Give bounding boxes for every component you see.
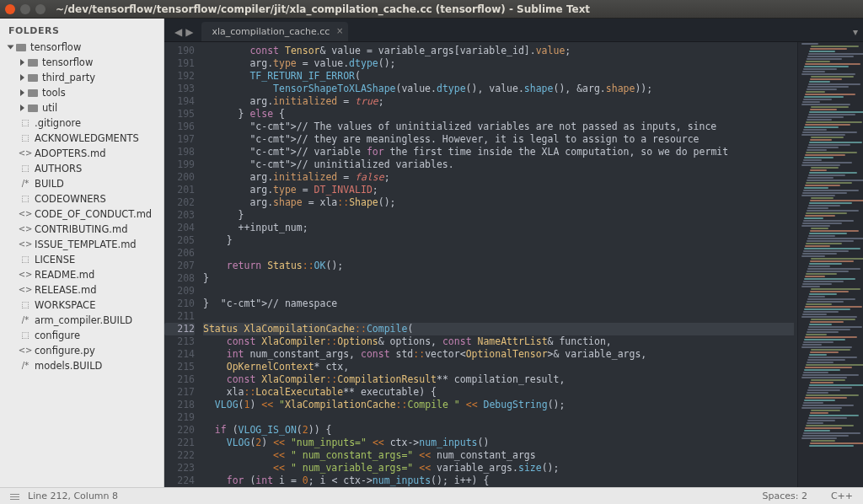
minimap-line [809,172,857,174]
folder-item[interactable]: tensorflow [0,55,163,70]
menu-icon[interactable] [10,492,19,500]
code-line[interactable]: "c-cmt">// they are meaningless. However… [203,133,794,146]
minimap-line [809,415,859,416]
code-line[interactable] [203,411,794,424]
file-item[interactable]: <>configure.py [0,343,163,358]
folder-item[interactable]: util [0,100,163,115]
code-line[interactable]: TF_RETURN_IF_ERROR( [203,70,794,83]
file-item[interactable]: /*BUILD [0,176,163,191]
minimap-line [811,167,839,169]
item-label: configure.py [35,344,95,357]
file-item[interactable]: <>RELEASE.md [0,282,163,298]
minimap-line [805,63,860,65]
code-line[interactable]: ++input_num; [203,222,794,234]
file-item[interactable]: <>ADOPTERS.md [0,146,163,161]
code-line[interactable]: VLOG(2) << "num_inputs=" << ctx->num_inp… [203,437,794,449]
code-line[interactable]: const Tensor& value = variable_args[vari… [203,45,794,57]
code-line[interactable]: arg.shape = xla::Shape(); [203,196,794,209]
code-line[interactable]: "c-cmt">// uninitialized variables. [203,158,794,171]
close-tab-icon[interactable]: × [336,26,343,35]
code-line[interactable]: return Status::OK(); [203,260,794,272]
code-line[interactable]: if (VLOG_IS_ON(2)) { [203,424,794,437]
code-line[interactable]: const XlaCompiler::Options& options, con… [203,335,794,348]
minimap-line [805,154,845,156]
code-line[interactable]: } else { [203,108,794,121]
file-icon: ⬚ [20,134,30,142]
minimap-line [804,369,840,371]
code-line[interactable]: arg.initialized = true; [203,95,794,108]
minimap-line [808,114,855,115]
syntax-mode[interactable]: C++ [831,491,853,501]
code-line[interactable]: VLOG(1) << "XlaCompilationCache::Compile… [203,399,794,411]
file-item[interactable]: <>CONTRIBUTING.md [0,222,163,237]
code-line[interactable]: xla::LocalExecutable** executable) { [203,386,794,399]
code-line[interactable]: TensorShapeToXLAShape(value.dtype(), val… [203,83,794,95]
minimap-line [804,96,844,98]
minimap-line [807,359,845,361]
file-item[interactable]: ⬚LICENSE [0,252,163,267]
folder-item[interactable]: tools [0,85,163,100]
minimap-line [809,142,862,143]
line-number: 208 [164,272,195,285]
line-number: 220 [164,424,195,437]
file-item[interactable]: ⬚WORKSPACE [0,298,163,313]
code-line[interactable]: } [203,209,794,222]
code-area[interactable]: const Tensor& value = variable_args[vari… [201,42,797,487]
code-line[interactable]: << " num_variable_args=" << variable_arg… [203,462,794,475]
minimize-icon[interactable] [20,4,30,14]
folder-item[interactable]: tensorflow [0,40,163,55]
file-item[interactable]: <>README.md [0,267,163,282]
minimap-line [806,334,827,335]
item-label: third_party [42,71,95,84]
item-label: .gitignore [35,116,81,130]
minimap-line [809,111,863,113]
file-item[interactable]: ⬚AUTHORS [0,161,163,176]
minimap-line [807,149,827,151]
minimap-line [810,78,842,80]
indent-mode[interactable]: Spaces: 2 [762,491,807,501]
code-line[interactable]: for (int i = 0; i < ctx->num_inputs(); i… [203,475,794,487]
file-item[interactable]: /*models.BUILD [0,358,163,373]
code-line[interactable]: "c-cmt">// variable for the first time i… [203,146,794,158]
file-item[interactable]: <>CODE_OF_CONDUCT.md [0,206,163,222]
code-line[interactable]: const XlaCompiler::CompilationResult** c… [203,373,794,386]
close-icon[interactable] [5,4,15,14]
history-back-icon[interactable]: ◀ [174,26,182,38]
file-item[interactable]: ⬚.gitignore [0,115,163,131]
minimap-line [806,152,857,153]
line-number: 218 [164,399,195,411]
minimap-line [811,197,834,199]
code-line[interactable]: } "c-cmt">// namespace [203,298,794,310]
maximize-icon[interactable] [35,4,46,14]
code-line[interactable]: "c-cmt">// The values of uninitialized v… [203,121,794,133]
file-item[interactable]: <>ISSUE_TEMPLATE.md [0,237,163,252]
minimap-line [805,427,842,429]
code-line[interactable]: OpKernelContext* ctx, [203,361,794,373]
code-line[interactable]: Status XlaCompilationCache::Compile( [203,323,794,335]
code-line[interactable]: } [203,234,794,247]
folder-item[interactable]: third_party [0,70,163,85]
tab-file[interactable]: xla_compilation_cache.cc × [201,22,348,41]
code-line[interactable] [203,285,794,298]
minimap[interactable] [797,42,863,487]
code-line[interactable]: << " num_constant_args=" << num_constant… [203,449,794,462]
code-line[interactable] [203,310,794,323]
file-item[interactable]: ⬚ACKNOWLEDGMENTS [0,131,163,146]
file-item[interactable]: ⬚CODEOWNERS [0,191,163,206]
code-line[interactable]: arg.type = DT_INVALID; [203,184,794,196]
file-item[interactable]: ⬚configure [0,328,163,343]
code-line[interactable]: } [203,272,794,285]
code-line[interactable]: arg.initialized = false; [203,171,794,184]
minimap-line [804,217,823,219]
code-line[interactable]: int num_constant_args, const std::vector… [203,348,794,361]
tabs-overflow-icon[interactable]: ▾ [853,26,858,38]
file-item[interactable]: /*arm_compiler.BUILD [0,313,163,328]
minimap-line [810,260,854,262]
minimap-line [804,157,834,158]
minimap-line [803,68,837,70]
code-editor[interactable]: 1901911921931941951961971981992002012022… [164,42,863,487]
code-line[interactable]: arg.type = value.dtype(); [203,57,794,70]
minimap-line [804,126,839,128]
code-line[interactable] [203,247,794,260]
history-forward-icon[interactable]: ▶ [185,26,193,38]
